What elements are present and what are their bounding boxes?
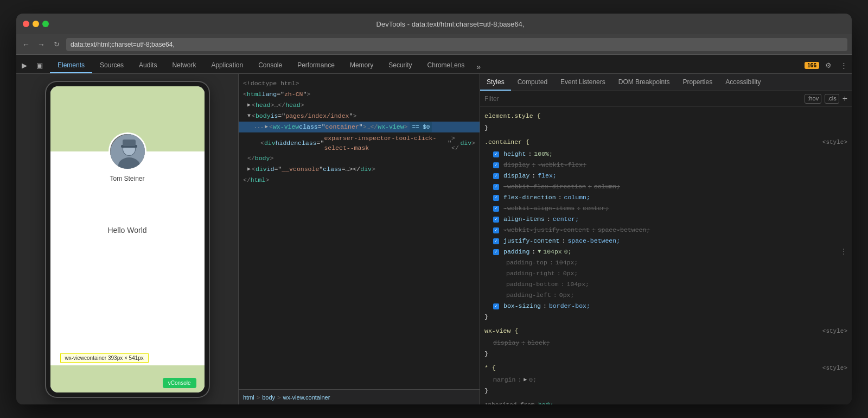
mobile-screen: Tom Steiner Hello World wx-viewcontainer…	[50, 86, 205, 392]
dom-line-div-mask[interactable]: <div hidden class="exparser-inspector-to…	[239, 132, 480, 153]
filter-bar: :hov .cls +	[480, 91, 852, 106]
dom-line-head[interactable]: ▶<head>…</head>	[239, 100, 480, 111]
more-options-icon[interactable]: ⋮	[838, 59, 850, 71]
dom-line-body[interactable]: ▼<body is="pages/index/index">	[239, 111, 480, 122]
settings-icon[interactable]: ⚙	[822, 59, 834, 71]
css-display-webkit-row: ✓ display : -webkit-flex;	[480, 160, 852, 170]
inspect-element-icon[interactable]: ▶	[18, 59, 30, 71]
avatar	[108, 132, 146, 170]
css-checkbox[interactable]: ✓	[493, 206, 499, 212]
breadcrumb: html > body > wx-view.container	[239, 389, 480, 404]
tab-styles[interactable]: Styles	[480, 74, 511, 91]
css-checkbox[interactable]: ✓	[493, 303, 499, 309]
mobile-footer: wx-viewcontainer 393px × 541px vConsole	[50, 365, 205, 392]
hello-world-text: Hello World	[107, 226, 146, 235]
more-tabs-button[interactable]: »	[472, 60, 485, 73]
css-checkbox[interactable]: ✓	[493, 184, 499, 190]
more-options-icon[interactable]: ⋮	[840, 246, 847, 257]
container-close-brace: }	[480, 312, 852, 322]
warning-badge: 166	[805, 62, 819, 69]
dom-line-html-close[interactable]: </html>	[239, 175, 480, 186]
forward-button[interactable]: →	[36, 39, 47, 50]
element-style-rule: element.style { }	[480, 109, 852, 135]
tab-application[interactable]: Application	[203, 58, 251, 73]
tab-network[interactable]: Network	[164, 58, 203, 73]
star-close: }	[480, 385, 852, 396]
css-checkbox[interactable]: ✓	[493, 227, 499, 233]
minimize-button[interactable]	[33, 21, 39, 27]
add-style-btn[interactable]: +	[843, 94, 847, 104]
css-checkbox[interactable]: ✓	[493, 151, 499, 157]
container-selector: .container { <style>	[480, 136, 852, 149]
reload-button[interactable]: ↻	[51, 39, 62, 50]
element-style-close: }	[480, 123, 852, 134]
vconsole-button[interactable]: vConsole	[163, 378, 196, 388]
tab-memory[interactable]: Memory	[342, 58, 381, 73]
dom-line-doctype[interactable]: <!doctype html>	[239, 78, 480, 89]
tab-accessibility[interactable]: Accessibility	[719, 74, 767, 91]
css-flex-dir-row: ✓ flex-direction : column;	[480, 192, 852, 203]
maximize-button[interactable]	[42, 21, 49, 27]
hov-filter-btn[interactable]: :hov	[805, 94, 821, 104]
back-button[interactable]: ←	[21, 39, 31, 50]
tab-audits[interactable]: Audits	[131, 58, 164, 73]
css-padding-right-row: padding-right : 0px;	[480, 268, 852, 279]
avatar-image	[110, 134, 145, 169]
svg-rect-5	[123, 140, 136, 146]
dom-tree[interactable]: <!doctype html> <html lang="zh-CN"> ▶<he…	[239, 74, 480, 389]
browser-bar: ← → ↻ data:text/html;charset=utf-8;base6…	[16, 34, 852, 55]
tab-dom-breakpoints[interactable]: DOM Breakpoints	[612, 74, 676, 91]
css-checkbox[interactable]: ✓	[493, 162, 499, 168]
cls-filter-btn[interactable]: .cls	[825, 94, 839, 104]
breadcrumb-body[interactable]: body	[262, 394, 275, 401]
mobile-frame: Tom Steiner Hello World wx-viewcontainer…	[46, 82, 209, 397]
css-padding-left-row: padding-left : 0px;	[480, 290, 852, 301]
tab-elements[interactable]: Elements	[50, 58, 92, 73]
tab-chromelens[interactable]: ChromeLens	[420, 58, 473, 73]
css-checkbox[interactable]: ✓	[493, 195, 499, 201]
window-title: DevTools - data:text/html;charset=utf-8;…	[55, 20, 845, 28]
dom-line-wxview-selected[interactable]: ... ▶ <wx-view class="container">…</wx-v…	[239, 122, 480, 132]
css-display-row: ✓ display : flex;	[480, 170, 852, 181]
dom-line-html[interactable]: <html lang="zh-CN">	[239, 89, 480, 100]
inherited-selector: body	[538, 402, 552, 404]
css-padding-top-row: padding-top : 104px;	[480, 257, 852, 268]
traffic-lights	[23, 21, 49, 27]
address-bar[interactable]: data:text/html;charset=utf-8;base64,	[66, 38, 847, 51]
dom-line-vconsole[interactable]: ▶ <div id="__vconsole" class=…></div>	[239, 164, 480, 175]
filter-input[interactable]	[484, 95, 801, 103]
tab-security[interactable]: Security	[381, 58, 419, 73]
css-webkit-justify-row: ✓ -webkit-justify-content : space-betwee…	[480, 225, 852, 236]
close-button[interactable]	[23, 21, 29, 27]
filter-buttons: :hov .cls +	[805, 94, 847, 104]
styles-panel: Styles Computed Event Listeners DOM Brea…	[480, 74, 852, 404]
dom-panel: <!doctype html> <html lang="zh-CN"> ▶<he…	[239, 74, 480, 404]
breadcrumb-wxview[interactable]: wx-view.container	[283, 394, 330, 401]
inherited-label: Inherited from body	[480, 397, 852, 404]
tab-performance[interactable]: Performance	[290, 58, 342, 73]
tab-properties[interactable]: Properties	[676, 74, 719, 91]
main-content: Tom Steiner Hello World wx-viewcontainer…	[16, 74, 852, 404]
mobile-body: Tom Steiner Hello World	[50, 151, 205, 365]
css-checkbox[interactable]: ✓	[493, 217, 499, 223]
tab-console[interactable]: Console	[251, 58, 290, 73]
css-padding-bottom-row: padding-bottom : 104px;	[480, 279, 852, 290]
css-content: element.style { } .container { <style> ✓…	[480, 106, 852, 404]
star-rule: * { <style> margin : ▶ 0; }	[480, 360, 852, 397]
wx-view-close: }	[480, 349, 852, 359]
tab-event-listeners[interactable]: Event Listeners	[554, 74, 612, 91]
css-checkbox[interactable]: ✓	[493, 238, 499, 244]
star-selector: * { <style>	[480, 362, 852, 375]
dom-line-body-close[interactable]: </body>	[239, 153, 480, 164]
css-box-sizing-row: ✓ box-sizing : border-box;	[480, 301, 852, 312]
browser-preview: Tom Steiner Hello World wx-viewcontainer…	[16, 74, 239, 404]
css-checkbox[interactable]: ✓	[493, 249, 499, 255]
css-wx-display-row: display : block;	[480, 338, 852, 349]
css-height-row: ✓ height : 100%;	[480, 149, 852, 160]
tab-sources[interactable]: Sources	[92, 58, 131, 73]
css-webkit-align-row: ✓ -webkit-align-items : center;	[480, 203, 852, 214]
breadcrumb-html[interactable]: html	[243, 394, 254, 401]
tab-computed[interactable]: Computed	[511, 74, 554, 91]
css-checkbox[interactable]: ✓	[493, 173, 499, 179]
device-toolbar-icon[interactable]: ▣	[34, 59, 46, 71]
